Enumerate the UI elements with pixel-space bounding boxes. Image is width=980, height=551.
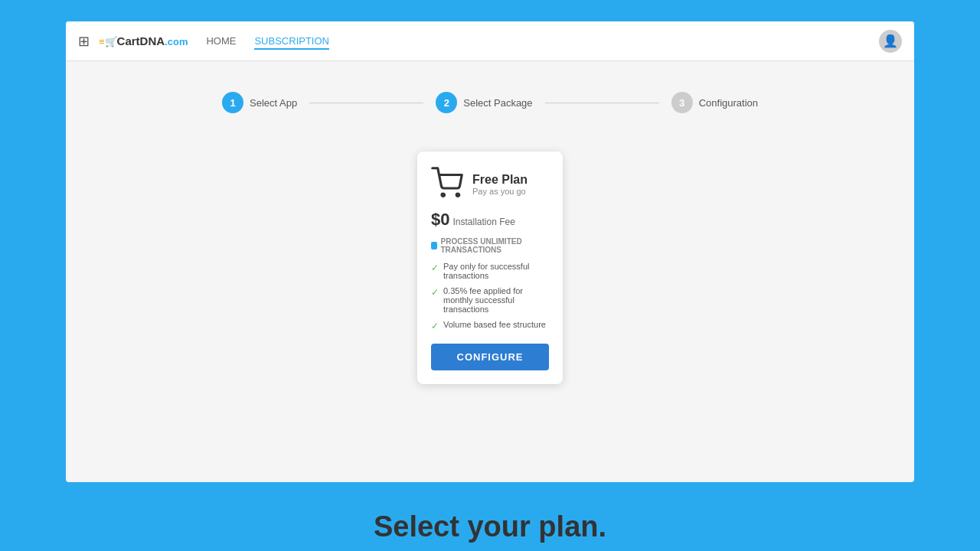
plan-name: Free Plan: [472, 173, 528, 187]
step-1-label: Select App: [250, 97, 297, 109]
plan-header: Free Plan Pay as you go: [431, 167, 549, 202]
configure-button[interactable]: CONFIGURE: [431, 344, 549, 370]
check-icon-3: ✓: [431, 321, 439, 331]
avatar[interactable]: 👤: [879, 30, 902, 53]
nav-links: HOME SUBSCRIPTION: [206, 32, 879, 50]
plan-features: ✓ Pay only for successful transactions ✓…: [431, 262, 549, 331]
step-2-label: Select Package: [463, 97, 532, 109]
feature-1: ✓ Pay only for successful transactions: [431, 262, 549, 280]
plan-price-label: Installation Fee: [452, 217, 514, 227]
logo-text: ≡🛒CartDNA.com: [99, 33, 188, 49]
feature-2: ✓ 0.35% fee applied for monthly successf…: [431, 286, 549, 314]
svg-point-1: [456, 194, 459, 197]
step-line-1: [309, 103, 423, 103]
step-2: 2 Select Package: [436, 92, 532, 113]
check-icon-2: ✓: [431, 287, 439, 298]
nav-subscription[interactable]: SUBSCRIPTION: [254, 32, 329, 50]
feature-2-text: 0.35% fee applied for monthly successful…: [443, 286, 549, 314]
feature-1-text: Pay only for successful transactions: [443, 262, 549, 280]
plan-price: $0 Installation Fee: [431, 210, 515, 230]
plan-price-amount: $0: [431, 210, 449, 230]
step-3-circle: 3: [671, 92, 693, 113]
bottom-text: Select your plan.: [0, 510, 980, 543]
grid-icon: ⊞: [78, 33, 90, 50]
plan-subtitle: Pay as you go: [472, 187, 528, 196]
nav-home[interactable]: HOME: [206, 32, 236, 50]
avatar-icon: 👤: [883, 34, 898, 48]
step-line-2: [545, 103, 659, 103]
plan-card: Free Plan Pay as you go $0 Installation …: [417, 152, 563, 384]
step-3-label: Configuration: [699, 97, 758, 109]
plan-title-block: Free Plan Pay as you go: [472, 173, 528, 196]
step-1-circle: 1: [222, 92, 243, 113]
feature-3: ✓ Volume based fee structure: [431, 320, 549, 331]
content-area: 1 Select App 2 Select Package 3 Configur…: [66, 61, 914, 399]
logo-cart-symbol: ≡🛒: [99, 36, 117, 47]
svg-point-0: [442, 194, 445, 197]
cart-icon: [431, 167, 463, 202]
navbar: ⊞ ≡🛒CartDNA.com HOME SUBSCRIPTION 👤: [66, 21, 914, 61]
logo-com: .com: [165, 36, 188, 47]
step-3: 3 Configuration: [671, 92, 758, 113]
check-icon-1: ✓: [431, 262, 439, 273]
main-container: ⊞ ≡🛒CartDNA.com HOME SUBSCRIPTION 👤 1 Se…: [66, 21, 914, 482]
feature-3-text: Volume based fee structure: [443, 320, 546, 329]
step-2-circle: 2: [436, 92, 457, 113]
step-1: 1 Select App: [222, 92, 297, 113]
logo-brand: CartDNA: [117, 34, 165, 47]
logo: ≡🛒CartDNA.com: [99, 33, 188, 49]
stepper: 1 Select App 2 Select Package 3 Configur…: [222, 92, 758, 113]
plan-process-label: PROCESS UNLIMITED TRANSACTIONS: [431, 237, 549, 254]
